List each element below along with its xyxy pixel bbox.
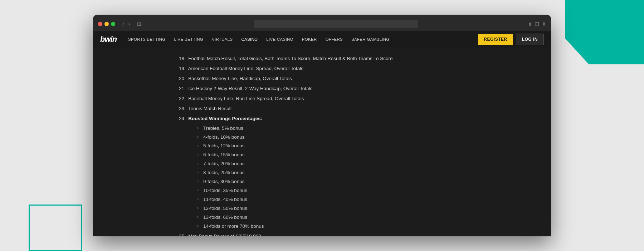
register-button[interactable]: REGISTER: [478, 34, 513, 45]
nav-sports-betting[interactable]: SPORTS BETTING: [124, 37, 170, 41]
list-item-22: 22. Baseball Money Line, Run Line Spread…: [179, 95, 508, 103]
item-18-text: Football Match Result, Total Goals, Both…: [188, 56, 392, 61]
nav-live-casino[interactable]: LIVE CASINO: [262, 37, 298, 41]
site-navbar: bwin SPORTS BETTING LIVE BETTING VIRTUAL…: [93, 31, 551, 48]
item-20-text: Basketball Money Line, Handicap, Overall…: [188, 76, 292, 81]
login-button[interactable]: LOG IN: [516, 34, 544, 45]
content-area: 18. Football Match Result, Total Goals, …: [93, 48, 551, 236]
browser-nav-arrows: ‹ ›: [121, 21, 131, 27]
list-item-23: 23. Tennis Match Result: [179, 105, 508, 113]
boosted-winnings-list: Trebles, 5% bonus 4-folds, 10% bonus 5-f…: [197, 124, 508, 231]
nav-links: SPORTS BETTING LIVE BETTING VIRTUALS CAS…: [124, 37, 478, 41]
item-25-num: 25.: [179, 233, 187, 236]
list-item-19: 19. American Football Money Line, Spread…: [179, 65, 508, 73]
list-item-24: 24. Boosted Winnings Percentages: Treble…: [179, 115, 508, 231]
list-item-18: 18. Football Match Result, Total Goals, …: [179, 55, 508, 63]
traffic-light-red[interactable]: [98, 22, 102, 26]
item-25-text: Max Bonus Payout of £/€/$10,000: [188, 233, 261, 236]
nav-casino[interactable]: CASINO: [237, 37, 262, 41]
sub-item-6folds: 6-folds, 15% bonus: [197, 151, 508, 159]
address-bar-wrapper: [147, 20, 525, 28]
sub-item-11folds: 11-folds, 40% bonus: [197, 196, 508, 204]
main-content: 18. Football Match Result, Total Goals, …: [165, 48, 522, 236]
nav-safer-gambling[interactable]: SAFER GAMBLING: [347, 37, 394, 41]
sub-item-7folds: 7-folds, 20% bonus: [197, 160, 508, 168]
back-button[interactable]: ‹: [121, 21, 126, 27]
item-19-text: American Football Money Line, Spread, Ov…: [188, 66, 303, 71]
traffic-lights: [98, 22, 115, 26]
bg-decoration-bottom-left: [29, 205, 82, 251]
left-sidebar: [93, 48, 165, 236]
item-23-num: 23.: [179, 106, 187, 111]
nav-offers[interactable]: OFFERS: [321, 37, 347, 41]
traffic-light-green[interactable]: [111, 22, 115, 26]
rules-list: 18. Football Match Result, Total Goals, …: [179, 55, 508, 236]
sub-item-4folds: 4-folds, 10% bonus: [197, 133, 508, 142]
nav-live-betting[interactable]: LIVE BETTING: [170, 37, 208, 41]
sub-item-14folds: 14-folds or more 70% bonus: [197, 222, 508, 231]
bg-decoration-top-right: [565, 0, 644, 64]
sub-item-10folds: 10-folds, 35% bonus: [197, 187, 508, 195]
list-item-25: 25. Max Bonus Payout of £/€/$10,000: [179, 232, 508, 236]
address-bar[interactable]: [254, 20, 418, 28]
item-21-num: 21.: [179, 86, 187, 91]
browser-actions: ⬆ ❐ ⬇: [528, 21, 546, 27]
item-24-bold: Boosted Winnings Percentages:: [188, 116, 262, 121]
item-19-num: 19.: [179, 66, 187, 71]
item-21-text: Ice Hockey 2-Way Result, 2-Way Handicap,…: [188, 86, 312, 91]
nav-poker[interactable]: POKER: [298, 37, 321, 41]
right-sidebar: [522, 48, 551, 236]
list-item-20: 20. Basketball Money Line, Handicap, Ove…: [179, 75, 508, 83]
item-18-num: 18.: [179, 56, 187, 61]
sub-item-8folds: 8-folds, 25% bonus: [197, 169, 508, 177]
item-20-num: 20.: [179, 76, 187, 81]
bwin-logo: bwin: [100, 35, 117, 44]
sub-item-12folds: 12-folds, 50% bonus: [197, 205, 508, 213]
traffic-light-yellow[interactable]: [104, 22, 109, 26]
sub-item-13folds: 13-folds, 60% bonus: [197, 213, 508, 222]
browser-window: ‹ › ⊡ ⬆ ❐ ⬇ bwin SPORTS BETTING LIVE BET…: [93, 15, 551, 236]
sub-item-trebles: Trebles, 5% bonus: [197, 124, 508, 133]
tab-view-button[interactable]: ⊡: [135, 20, 143, 28]
browser-chrome: ‹ › ⊡ ⬆ ❐ ⬇ bwin SPORTS BETTING LIVE BET…: [93, 15, 551, 236]
item-24-num: 24.: [179, 116, 187, 121]
share-icon[interactable]: ⬆: [528, 21, 532, 27]
download-icon[interactable]: ⬇: [542, 21, 546, 27]
list-item-21: 21. Ice Hockey 2-Way Result, 2-Way Handi…: [179, 85, 508, 93]
sub-item-5folds: 5-folds, 12% bonus: [197, 142, 508, 150]
forward-button[interactable]: ›: [127, 21, 132, 27]
sub-item-9folds: 9-folds, 30% bonus: [197, 178, 508, 186]
item-22-num: 22.: [179, 96, 187, 101]
browser-title-bar: ‹ › ⊡ ⬆ ❐ ⬇: [93, 18, 551, 31]
nav-actions: REGISTER LOG IN: [478, 34, 544, 45]
item-23-text: Tennis Match Result: [188, 106, 232, 111]
item-22-text: Baseball Money Line, Run Line Spread, Ov…: [188, 96, 304, 101]
nav-virtuals[interactable]: VIRTUALS: [208, 37, 237, 41]
duplicate-icon[interactable]: ❐: [535, 21, 539, 27]
